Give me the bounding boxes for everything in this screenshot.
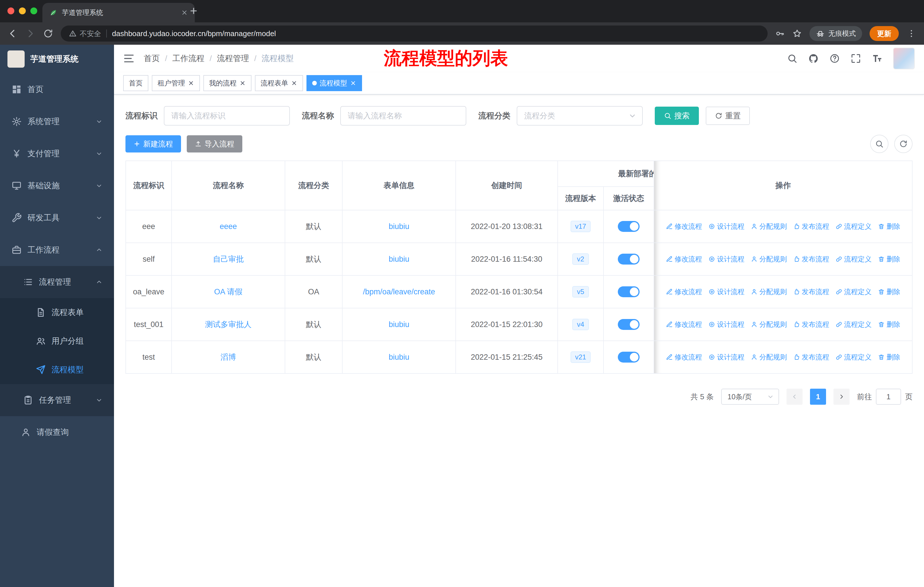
modify-process-link[interactable]: 修改流程 <box>666 255 702 264</box>
version-badge[interactable]: v2 <box>572 253 589 265</box>
process-category-select[interactable]: 流程分类 <box>517 106 643 126</box>
update-chrome-button[interactable]: 更新 <box>870 26 899 41</box>
assign-rule-link[interactable]: 分配规则 <box>751 255 787 264</box>
user-avatar[interactable] <box>893 48 915 69</box>
delete-link[interactable]: 删除 <box>878 287 900 296</box>
sidebar-item-devtools[interactable]: 研发工具 <box>0 202 114 234</box>
minimize-window-button[interactable] <box>19 7 26 14</box>
tag-home[interactable]: 首页 <box>123 75 148 91</box>
process-name-link[interactable]: 滔博 <box>221 353 236 361</box>
active-toggle[interactable] <box>618 319 640 330</box>
delete-link[interactable]: 删除 <box>878 255 900 264</box>
close-icon[interactable] <box>239 80 246 86</box>
url-text[interactable]: dashboard.yudao.iocoder.cn/bpm/manager/m… <box>112 29 760 38</box>
reset-button[interactable]: 重置 <box>706 107 750 125</box>
bookmark-star-icon[interactable] <box>792 29 802 38</box>
process-definition-link[interactable]: 流程定义 <box>835 352 871 362</box>
design-process-link[interactable]: 设计流程 <box>708 352 744 362</box>
active-toggle[interactable] <box>618 286 640 297</box>
publish-process-link[interactable]: 发布流程 <box>793 255 829 264</box>
active-toggle[interactable] <box>618 352 640 362</box>
form-info-link[interactable]: /bpm/oa/leave/create <box>363 288 435 296</box>
active-toggle[interactable] <box>618 254 640 265</box>
publish-process-link[interactable]: 发布流程 <box>793 287 829 296</box>
form-info-link[interactable]: biubiu <box>389 320 409 329</box>
password-key-icon[interactable] <box>775 29 785 38</box>
github-icon[interactable] <box>808 53 818 64</box>
breadcrumb-home[interactable]: 首页 <box>144 53 160 64</box>
process-definition-link[interactable]: 流程定义 <box>835 287 871 296</box>
delete-link[interactable]: 删除 <box>878 320 900 329</box>
prev-page-button[interactable] <box>787 389 803 405</box>
browser-menu-icon[interactable] <box>906 28 917 39</box>
sidebar-item-leave-query[interactable]: 请假查询 <box>0 416 114 448</box>
modify-process-link[interactable]: 修改流程 <box>666 352 702 362</box>
process-name-link[interactable]: OA 请假 <box>214 288 242 296</box>
sidebar-item-user-groups[interactable]: 用户分组 <box>0 327 114 356</box>
sidebar-logo[interactable]: 芋道管理系统 <box>0 45 114 73</box>
modify-process-link[interactable]: 修改流程 <box>666 320 702 329</box>
next-page-button[interactable] <box>833 389 850 405</box>
version-badge[interactable]: v5 <box>572 286 589 298</box>
toggle-search-button[interactable] <box>870 135 888 153</box>
tag-tenant-management[interactable]: 租户管理 <box>152 75 200 91</box>
form-info-link[interactable]: biubiu <box>389 353 409 361</box>
breadcrumb-process-management[interactable]: 流程管理 <box>217 53 249 64</box>
assign-rule-link[interactable]: 分配规则 <box>751 352 787 362</box>
delete-link[interactable]: 删除 <box>878 222 900 231</box>
page-size-select[interactable]: 10条/页 <box>721 389 779 405</box>
publish-process-link[interactable]: 发布流程 <box>793 352 829 362</box>
create-process-button[interactable]: 新建流程 <box>125 135 181 152</box>
process-definition-link[interactable]: 流程定义 <box>835 320 871 329</box>
font-size-icon[interactable] <box>872 53 882 64</box>
browser-tab[interactable]: 芋道管理系统 <box>42 3 195 22</box>
sidebar-item-process-management[interactable]: 流程管理 <box>0 266 114 298</box>
design-process-link[interactable]: 设计流程 <box>708 255 744 264</box>
close-icon[interactable] <box>350 80 356 86</box>
search-icon[interactable] <box>787 53 797 64</box>
sidebar-item-workflow[interactable]: 工作流程 <box>0 234 114 266</box>
close-icon[interactable] <box>188 80 194 86</box>
breadcrumb-workflow[interactable]: 工作流程 <box>172 53 205 64</box>
search-button[interactable]: 搜索 <box>655 107 699 125</box>
sidebar-item-system[interactable]: 系统管理 <box>0 106 114 137</box>
new-tab-button[interactable] <box>189 6 198 15</box>
process-name-input[interactable] <box>340 106 466 126</box>
assign-rule-link[interactable]: 分配规则 <box>751 222 787 231</box>
form-info-link[interactable]: biubiu <box>389 222 409 231</box>
sidebar-item-task-management[interactable]: 任务管理 <box>0 384 114 416</box>
address-bar[interactable]: 不安全 dashboard.yudao.iocoder.cn/bpm/manag… <box>61 25 767 41</box>
form-info-link[interactable]: biubiu <box>389 255 409 263</box>
close-icon[interactable] <box>291 80 297 86</box>
sidebar-item-infrastructure[interactable]: 基础设施 <box>0 170 114 202</box>
forward-icon[interactable] <box>25 28 36 39</box>
goto-page-input[interactable] <box>876 389 901 405</box>
help-icon[interactable] <box>830 53 840 64</box>
process-id-input[interactable] <box>164 106 290 126</box>
modify-process-link[interactable]: 修改流程 <box>666 222 702 231</box>
maximize-window-button[interactable] <box>30 7 37 14</box>
fullscreen-icon[interactable] <box>851 53 861 64</box>
version-badge[interactable]: v4 <box>572 319 589 330</box>
design-process-link[interactable]: 设计流程 <box>708 320 744 329</box>
security-chip[interactable]: 不安全 <box>69 29 101 38</box>
close-window-button[interactable] <box>7 7 14 14</box>
tag-process-models[interactable]: 流程模型 <box>307 75 362 91</box>
refresh-table-button[interactable] <box>894 135 912 153</box>
process-name-link[interactable]: eeee <box>220 222 237 231</box>
active-toggle[interactable] <box>618 221 640 232</box>
process-name-link[interactable]: 测试多审批人 <box>205 320 251 329</box>
assign-rule-link[interactable]: 分配规则 <box>751 320 787 329</box>
sidebar-item-process-forms[interactable]: 流程表单 <box>0 298 114 327</box>
import-process-button[interactable]: 导入流程 <box>187 135 242 152</box>
process-definition-link[interactable]: 流程定义 <box>835 222 871 231</box>
hamburger-icon[interactable] <box>123 53 135 64</box>
design-process-link[interactable]: 设计流程 <box>708 222 744 231</box>
tag-my-processes[interactable]: 我的流程 <box>203 75 251 91</box>
tag-process-forms[interactable]: 流程表单 <box>255 75 303 91</box>
version-badge[interactable]: v17 <box>571 221 591 232</box>
current-page-button[interactable]: 1 <box>810 389 826 405</box>
publish-process-link[interactable]: 发布流程 <box>793 222 829 231</box>
reload-icon[interactable] <box>43 28 53 39</box>
delete-link[interactable]: 删除 <box>878 352 900 362</box>
